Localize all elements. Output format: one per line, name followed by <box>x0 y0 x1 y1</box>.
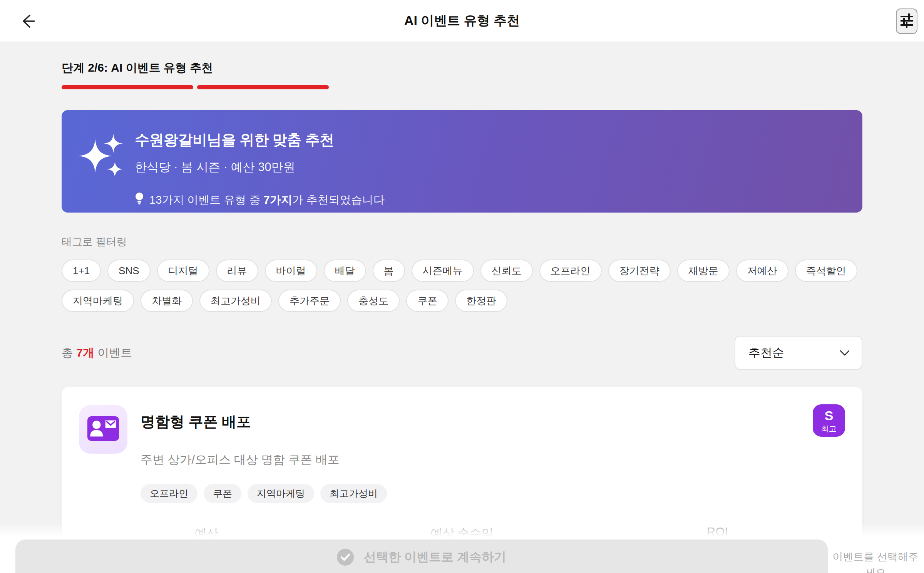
tag-filter-chip[interactable]: 시즌메뉴 <box>412 260 474 282</box>
tag-filter-chip[interactable]: 배달 <box>324 260 366 282</box>
grade-label: 최고 <box>821 425 837 432</box>
results-row: 총 7개 이벤트 추천순 <box>62 336 862 370</box>
tag-filter-chip[interactable]: 추가주문 <box>278 290 341 312</box>
tag-filter-chip[interactable]: 신뢰도 <box>480 260 533 282</box>
tag-filter-chip[interactable]: 쿠폰 <box>406 290 449 312</box>
tag-filter-chip[interactable]: 최고가성비 <box>199 290 272 312</box>
contact-card-icon <box>87 416 119 442</box>
tag-filter-list: 1+1SNS디지털리뷰바이럴배달봄시즌메뉴신뢰도오프라인장기전략재방문저예산즉석… <box>62 260 862 312</box>
tag-filter-chip[interactable]: 충성도 <box>347 290 400 312</box>
continue-button[interactable]: 선택한 이벤트로 계속하기 <box>15 539 828 573</box>
sparkles-icon <box>79 133 125 213</box>
continue-button-inner: 선택한 이벤트로 계속하기 <box>337 549 506 566</box>
tag-filter-chip[interactable]: 디지털 <box>157 260 209 282</box>
select-event-hint: 이벤트를 선택해주 세요 <box>830 549 921 573</box>
tag-filter-chip[interactable]: 바이럴 <box>265 260 317 282</box>
chevron-down-icon <box>839 346 850 360</box>
event-card-text: 명함형 쿠폰 배포 주변 상가/오피스 대상 명함 쿠폰 배포 오프라인쿠폰지역… <box>141 405 387 503</box>
banner-body: 수원왕갈비님을 위한 맞춤 추천 한식당 · 봄 시즌 · 예산 30만원 13… <box>135 130 385 213</box>
event-tag: 오프라인 <box>141 484 198 503</box>
footer-bar: 선택한 이벤트로 계속하기 이벤트를 선택해주 세요 <box>0 536 924 573</box>
back-button[interactable] <box>17 11 38 32</box>
event-title: 명함형 쿠폰 배포 <box>141 412 387 432</box>
tag-filter-chip[interactable]: 봄 <box>373 260 405 282</box>
banner-title: 수원왕갈비님을 위한 맞춤 추천 <box>135 130 385 150</box>
page-title: AI 이벤트 유형 추천 <box>0 12 924 30</box>
filter-settings-button[interactable] <box>896 8 917 34</box>
tag-filter-chip[interactable]: 즉석할인 <box>795 260 857 282</box>
tag-filter-label: 태그로 필터링 <box>62 235 862 249</box>
main-content: 단계 2/6: AI 이벤트 유형 추천 수원왕갈비님을 위한 맞춤 추천 한식… <box>0 60 924 573</box>
recommended-count: 7가지 <box>264 194 292 206</box>
arrow-left-icon <box>19 12 37 31</box>
check-circle-icon <box>337 549 354 566</box>
grade-letter: S <box>825 409 834 422</box>
tag-filter-chip[interactable]: SNS <box>107 260 150 282</box>
lightbulb-icon <box>135 192 144 208</box>
banner-info-text: 13가지 이벤트 유형 중 7가지가 추천되었습니다 <box>149 193 385 208</box>
sort-dropdown[interactable]: 추천순 <box>735 336 862 370</box>
tag-filter-chip[interactable]: 재방문 <box>677 260 730 282</box>
progress-bar <box>62 85 329 89</box>
results-count-number: 7개 <box>76 346 94 359</box>
tag-filter-chip[interactable]: 지역마케팅 <box>62 290 134 312</box>
tune-sliders-icon <box>900 13 913 30</box>
tag-filter-chip[interactable]: 1+1 <box>62 260 101 282</box>
event-card-head: 명함형 쿠폰 배포 주변 상가/오피스 대상 명함 쿠폰 배포 오프라인쿠폰지역… <box>79 405 845 503</box>
results-count: 총 7개 이벤트 <box>62 345 132 361</box>
event-tag: 쿠폰 <box>204 484 241 503</box>
event-tag: 지역마케팅 <box>248 484 314 503</box>
tag-filter-chip[interactable]: 차별화 <box>141 290 193 312</box>
sort-dropdown-value: 추천순 <box>748 345 784 361</box>
tag-filter-chip[interactable]: 저예산 <box>736 260 788 282</box>
step-label: 단계 2/6: AI 이벤트 유형 추천 <box>62 60 862 76</box>
banner-subtitle: 한식당 · 봄 시즌 · 예산 30만원 <box>135 159 385 175</box>
event-description: 주변 상가/오피스 대상 명함 쿠폰 배포 <box>141 452 387 468</box>
progress-segment <box>62 85 193 89</box>
event-icon-container <box>79 405 127 454</box>
tag-filter-chip[interactable]: 리뷰 <box>216 260 258 282</box>
tag-filter-chip[interactable]: 장기전략 <box>608 260 671 282</box>
ai-recommendation-banner: 수원왕갈비님을 위한 맞춤 추천 한식당 · 봄 시즌 · 예산 30만원 13… <box>62 110 862 213</box>
grade-badge: S 최고 <box>813 404 845 437</box>
event-tag: 최고가성비 <box>320 484 387 503</box>
tag-filter-chip[interactable]: 오프라인 <box>539 260 602 282</box>
tag-filter-chip[interactable]: 한정판 <box>455 290 507 312</box>
continue-button-label: 선택한 이벤트로 계속하기 <box>364 549 506 566</box>
banner-info: 13가지 이벤트 유형 중 7가지가 추천되었습니다 <box>135 192 385 208</box>
event-tag-list: 오프라인쿠폰지역마케팅최고가성비 <box>141 484 387 503</box>
progress-segment <box>197 85 329 89</box>
header: AI 이벤트 유형 추천 <box>0 0 924 42</box>
